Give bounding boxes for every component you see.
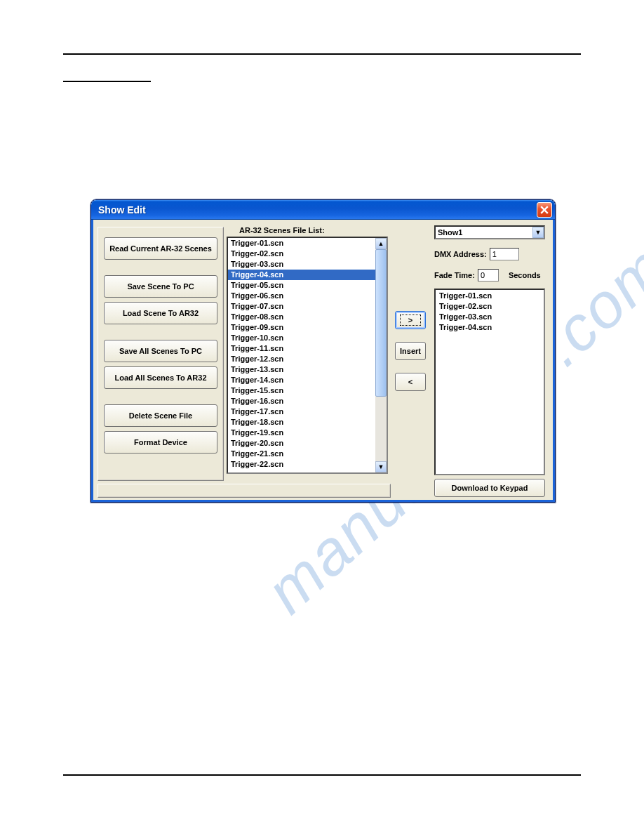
- list-item[interactable]: Trigger-04.scn: [228, 270, 375, 280]
- scrollbar-thumb[interactable]: [375, 249, 387, 397]
- list-item[interactable]: Trigger-16.scn: [228, 396, 375, 406]
- read-current-scenes-button[interactable]: Read Current AR-32 Scenes: [104, 237, 217, 260]
- top-horizontal-rule: [63, 53, 581, 55]
- dmx-address-input[interactable]: [490, 248, 519, 260]
- insert-button[interactable]: Insert: [395, 342, 426, 360]
- list-item[interactable]: Trigger-17.scn: [228, 406, 375, 417]
- list-item[interactable]: Trigger-02.scn: [436, 301, 543, 312]
- transfer-buttons: > Insert <: [395, 311, 426, 404]
- close-icon[interactable]: [537, 202, 552, 218]
- sub-horizontal-rule: [63, 81, 151, 82]
- list-item[interactable]: Trigger-05.scn: [228, 280, 375, 291]
- list-item[interactable]: Trigger-18.scn: [228, 417, 375, 428]
- list-item[interactable]: Trigger-04.scn: [436, 322, 543, 333]
- window-body: Read Current AR-32 Scenes Save Scene To …: [91, 220, 555, 502]
- list-item[interactable]: Trigger-19.scn: [228, 428, 375, 438]
- list-item[interactable]: Trigger-15.scn: [228, 385, 375, 396]
- list-item[interactable]: Trigger-02.scn: [228, 249, 375, 259]
- titlebar[interactable]: Show Edit: [91, 200, 555, 220]
- list-item[interactable]: Trigger-08.scn: [228, 312, 375, 322]
- scenes-file-listbox[interactable]: Trigger-01.scnTrigger-02.scnTrigger-03.s…: [227, 237, 388, 474]
- show-select[interactable]: Show1 ▼: [434, 225, 545, 239]
- list-item[interactable]: Trigger-22.scn: [228, 459, 375, 470]
- dmx-address-label: DMX Address:: [434, 250, 487, 258]
- save-all-scenes-button[interactable]: Save All Scenes To PC: [104, 340, 217, 362]
- chevron-down-icon[interactable]: ▼: [532, 227, 544, 238]
- show-select-value: Show1: [438, 228, 462, 237]
- scenes-file-list-label: AR-32 Scenes File List:: [239, 226, 325, 234]
- list-item[interactable]: Trigger-11.scn: [228, 343, 375, 354]
- show-edit-window: Show Edit Read Current AR-32 Scenes Save…: [90, 199, 556, 503]
- add-button-label: >: [400, 315, 421, 326]
- scroll-up-icon[interactable]: ▲: [375, 238, 387, 249]
- list-item[interactable]: Trigger-13.scn: [228, 364, 375, 375]
- list-item[interactable]: Trigger-14.scn: [228, 375, 375, 385]
- left-button-panel: Read Current AR-32 Scenes Save Scene To …: [98, 227, 224, 481]
- list-item[interactable]: Trigger-21.scn: [228, 449, 375, 459]
- list-item[interactable]: Trigger-01.scn: [228, 238, 375, 249]
- add-button[interactable]: >: [395, 311, 426, 329]
- list-item[interactable]: Trigger-20.scn: [228, 438, 375, 449]
- list-item[interactable]: Trigger-10.scn: [228, 333, 375, 343]
- show-scene-listbox[interactable]: Trigger-01.scnTrigger-02.scnTrigger-03.s…: [434, 289, 545, 475]
- list-item[interactable]: Trigger-03.scn: [228, 259, 375, 270]
- list-item[interactable]: Trigger-07.scn: [228, 301, 375, 312]
- list-item[interactable]: Trigger-06.scn: [228, 291, 375, 301]
- load-scene-to-ar32-button[interactable]: Load Scene To AR32: [104, 302, 217, 324]
- window-title: Show Edit: [98, 204, 537, 216]
- fade-time-input[interactable]: [478, 269, 499, 282]
- fade-time-label: Fade Time:: [434, 271, 475, 279]
- remove-button[interactable]: <: [395, 373, 426, 391]
- save-scene-to-pc-button[interactable]: Save Scene To PC: [104, 275, 217, 298]
- bottom-horizontal-rule: [63, 774, 581, 776]
- delete-scene-file-button[interactable]: Delete Scene File: [104, 404, 217, 427]
- format-device-button[interactable]: Format Device: [104, 431, 217, 454]
- seconds-label: Seconds: [509, 271, 541, 279]
- list-item[interactable]: Trigger-03.scn: [436, 312, 543, 322]
- right-panel: Show1 ▼ DMX Address: Fade Time: Seconds …: [434, 225, 545, 475]
- list-item[interactable]: Trigger-09.scn: [228, 322, 375, 333]
- status-panel: [98, 484, 391, 498]
- list-item[interactable]: Trigger-12.scn: [228, 354, 375, 364]
- list-item[interactable]: Trigger-01.scn: [436, 291, 543, 301]
- load-all-scenes-button[interactable]: Load All Scenes To AR32: [104, 366, 217, 389]
- listbox-scrollbar[interactable]: ▲ ▼: [375, 238, 387, 472]
- download-to-keypad-button[interactable]: Download to Keypad: [434, 479, 545, 497]
- scroll-down-icon[interactable]: ▼: [375, 461, 387, 472]
